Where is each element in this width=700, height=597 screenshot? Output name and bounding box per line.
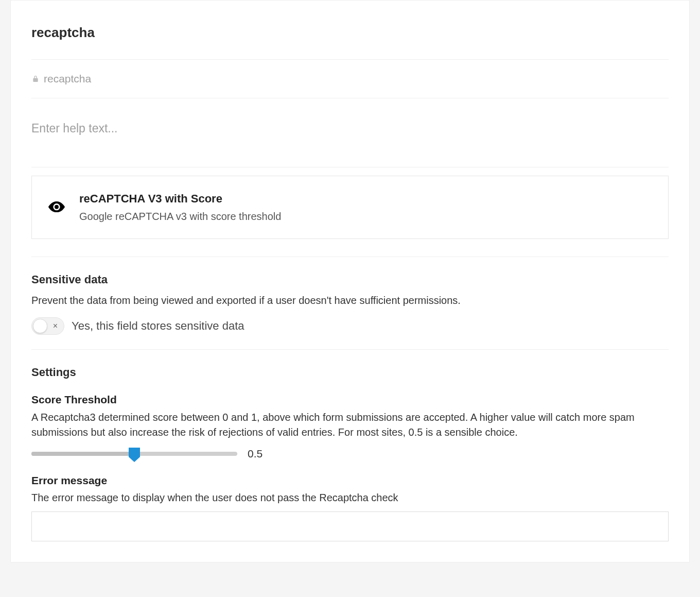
field-type-card[interactable]: reCAPTCHA V3 with Score Google reCAPTCHA… <box>31 176 669 239</box>
slider-track[interactable] <box>31 452 237 456</box>
score-threshold-value: 0.5 <box>248 446 262 462</box>
field-id-text: recaptcha <box>44 71 91 87</box>
toggle-state-glyph: × <box>53 320 58 332</box>
error-message-description: The error message to display when the us… <box>31 490 669 505</box>
score-threshold-slider[interactable]: 0.5 <box>31 446 669 462</box>
help-text-input[interactable]: Enter help text... <box>31 98 669 167</box>
field-type-subtitle: Google reCAPTCHA v3 with score threshold <box>79 209 281 224</box>
score-threshold-description: A Recaptcha3 determined score between 0 … <box>31 410 669 440</box>
field-type-text: reCAPTCHA V3 with Score Google reCAPTCHA… <box>79 191 281 224</box>
score-threshold-label: Score Threshold <box>31 392 669 407</box>
field-id-row: recaptcha <box>31 60 669 98</box>
field-type-title: reCAPTCHA V3 with Score <box>79 191 281 207</box>
divider <box>31 257 669 257</box>
toggle-knob <box>33 319 47 333</box>
lock-icon <box>31 75 40 83</box>
sensitive-data-description: Prevent the data from being viewed and e… <box>31 293 669 308</box>
sensitive-data-heading: Sensitive data <box>31 271 669 288</box>
error-message-label: Error message <box>31 473 669 488</box>
sensitive-data-toggle-row: × Yes, this field stores sensitive data <box>31 317 669 350</box>
slider-thumb[interactable] <box>129 448 140 462</box>
settings-heading: Settings <box>31 364 669 381</box>
error-message-input[interactable] <box>31 511 669 541</box>
field-settings-panel: recaptcha recaptcha Enter help text... r… <box>10 0 690 562</box>
sensitive-data-toggle-label: Yes, this field stores sensitive data <box>72 318 244 334</box>
sensitive-data-toggle[interactable]: × <box>31 317 64 335</box>
panel-title: recaptcha <box>31 23 669 60</box>
eye-icon <box>48 201 65 214</box>
slider-fill <box>31 452 134 456</box>
